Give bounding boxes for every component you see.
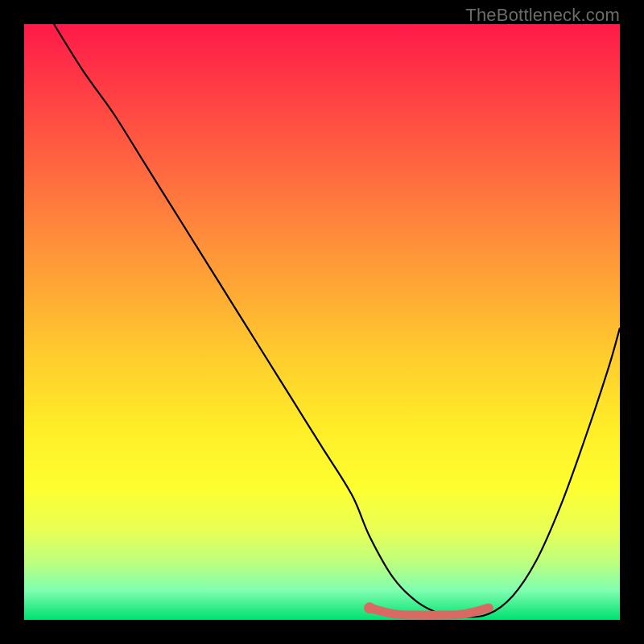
highlight-start-dot bbox=[364, 602, 375, 613]
series-curve bbox=[54, 24, 620, 617]
watermark-label: TheBottleneck.com bbox=[465, 5, 620, 26]
chart-plot-area bbox=[24, 24, 620, 620]
chart-svg-overlay bbox=[24, 24, 620, 620]
